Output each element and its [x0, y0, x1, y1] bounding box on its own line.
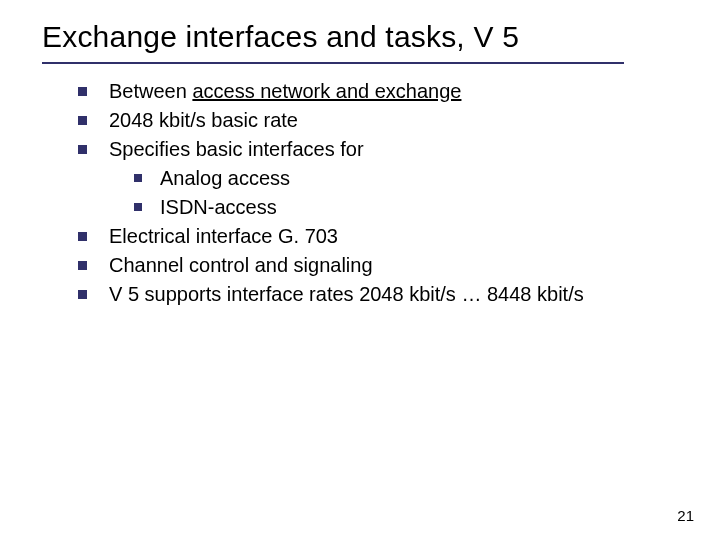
- bullet-text: Electrical interface G. 703: [109, 223, 678, 250]
- bullet-item: Channel control and signaling: [78, 252, 678, 279]
- bullet-marker-icon: [78, 116, 87, 125]
- bullet-item: Between access network and exchange: [78, 78, 678, 105]
- bullet-text: V 5 supports interface rates 2048 kbit/s…: [109, 281, 678, 308]
- bullet-marker-icon: [134, 174, 142, 182]
- sub-bullet-item: ISDN-access: [134, 194, 678, 221]
- bullet-marker-icon: [134, 203, 142, 211]
- bullet-text: Between access network and exchange: [109, 78, 678, 105]
- sub-bullet-text: Analog access: [160, 165, 678, 192]
- bullet-marker-icon: [78, 261, 87, 270]
- title-underline: [42, 62, 624, 64]
- bullet-item: V 5 supports interface rates 2048 kbit/s…: [78, 281, 678, 308]
- bullet-marker-icon: [78, 145, 87, 154]
- bullet-marker-icon: [78, 87, 87, 96]
- slide-content: Between access network and exchange 2048…: [78, 78, 678, 310]
- bullet-item: Specifies basic interfaces for: [78, 136, 678, 163]
- bullet-text: Channel control and signaling: [109, 252, 678, 279]
- bullet-text: Specifies basic interfaces for: [109, 136, 678, 163]
- page-number: 21: [677, 507, 694, 524]
- bullet-marker-icon: [78, 290, 87, 299]
- sub-bullet-text: ISDN-access: [160, 194, 678, 221]
- bullet-text-prefix: Between: [109, 80, 192, 102]
- bullet-text-underline: access network and exchange: [192, 80, 461, 102]
- bullet-item: 2048 kbit/s basic rate: [78, 107, 678, 134]
- slide-title: Exchange interfaces and tasks, V 5: [42, 20, 519, 54]
- slide: Exchange interfaces and tasks, V 5 Betwe…: [0, 0, 720, 540]
- bullet-marker-icon: [78, 232, 87, 241]
- bullet-item: Electrical interface G. 703: [78, 223, 678, 250]
- bullet-text: 2048 kbit/s basic rate: [109, 107, 678, 134]
- sub-bullet-item: Analog access: [134, 165, 678, 192]
